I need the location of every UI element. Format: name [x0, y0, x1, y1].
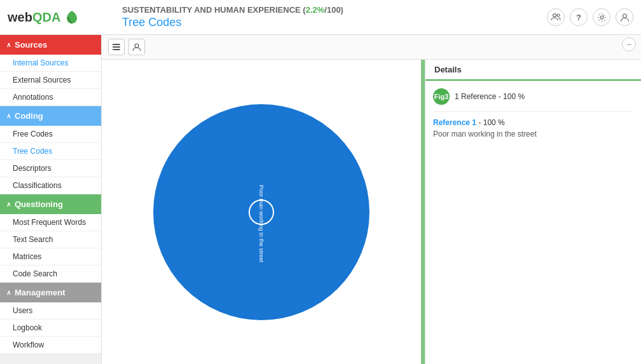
header-icons: ?: [547, 8, 633, 26]
svg-point-0: [553, 14, 556, 17]
svg-point-2: [600, 16, 603, 19]
sidebar-item-most-frequent-words[interactable]: Most Frequent Words: [0, 214, 101, 231]
sidebar-item-code-search[interactable]: Code Search: [0, 266, 101, 283]
project-total: /100): [324, 5, 343, 15]
sidebar-item-matrices[interactable]: Matrices: [0, 248, 101, 266]
svg-rect-4: [113, 44, 120, 45]
fig3-icon: Fig3: [433, 88, 450, 105]
logo-text: webQDA: [8, 10, 60, 25]
workflow-label: Workflow: [13, 340, 44, 349]
text-search-label: Text Search: [13, 235, 53, 244]
coding-label: Coding: [15, 111, 43, 121]
matrices-label: Matrices: [13, 252, 41, 261]
svg-rect-5: [113, 46, 120, 48]
minus-icon: −: [626, 39, 631, 50]
logo: webQDA: [8, 8, 109, 26]
coding-caret-icon: ∧: [6, 112, 11, 119]
logo-leaf-icon: [63, 8, 81, 26]
svg-point-7: [135, 44, 139, 48]
reference-details: Reference 1 - 100 % Poor man working in …: [433, 118, 633, 138]
sidebar-item-workflow[interactable]: Workflow: [0, 337, 101, 354]
details-panel: Details Fig3 1 Reference - 100 % Referen…: [425, 60, 641, 364]
circle-label: Poor man working in the street: [258, 185, 265, 262]
svg-rect-6: [113, 49, 120, 50]
settings-button[interactable]: [593, 8, 610, 26]
sidebar-item-internal-sources[interactable]: Internal Sources: [0, 55, 101, 72]
svg-point-1: [557, 14, 560, 17]
sidebar: ∧ Sources Internal Sources External Sour…: [0, 35, 102, 364]
management-label: Management: [15, 288, 65, 297]
free-codes-label: Free Codes: [13, 130, 53, 138]
details-item: Fig3 1 Reference - 100 %: [433, 88, 633, 112]
visualization-area: Poor man working in the street: [102, 60, 421, 364]
sidebar-item-users[interactable]: Users: [0, 302, 101, 320]
code-search-label: Code Search: [13, 269, 57, 278]
svg-point-3: [623, 14, 626, 18]
help-button[interactable]: ?: [570, 8, 588, 26]
list-view-button[interactable]: [108, 39, 125, 55]
reference-percent: - 100 %: [478, 118, 504, 127]
vertical-divider: [421, 60, 425, 364]
reference-link-text: Reference 1: [433, 118, 476, 127]
questioning-caret-icon: ∧: [6, 201, 11, 208]
reference-link[interactable]: Reference 1 - 100 %: [433, 118, 633, 127]
classifications-label: Classifications: [13, 181, 62, 190]
content-main: Poor man working in the street Details F…: [102, 60, 641, 364]
sidebar-item-descriptors[interactable]: Descriptors: [0, 160, 101, 177]
main-layout: ∧ Sources Internal Sources External Sour…: [0, 35, 641, 364]
sidebar-item-tree-codes[interactable]: Tree Codes: [0, 143, 101, 160]
sidebar-item-annotations[interactable]: Annotations: [0, 89, 101, 106]
fig3-label: Fig3: [434, 93, 449, 100]
questioning-label: Questioning: [15, 199, 63, 209]
sidebar-section-sources[interactable]: ∧ Sources: [0, 35, 101, 55]
internal-sources-label: Internal Sources: [13, 58, 68, 67]
user-profile-button[interactable]: [616, 8, 633, 26]
users-header-button[interactable]: [547, 8, 565, 26]
app-header: webQDA SUSTENTABILITY AND HUMAN EXPERIEN…: [0, 0, 641, 35]
project-percentage: 2.2%: [306, 5, 325, 15]
management-caret-icon: ∧: [6, 289, 11, 296]
content-area: − Poor man working in the street Details: [102, 35, 641, 364]
users-label: Users: [13, 306, 32, 315]
sources-caret-icon: ∧: [6, 41, 11, 48]
sidebar-item-external-sources[interactable]: External Sources: [0, 72, 101, 89]
external-sources-label: External Sources: [13, 76, 71, 84]
sidebar-item-text-search[interactable]: Text Search: [0, 231, 101, 248]
list-icon: [112, 43, 121, 51]
sources-label: Sources: [15, 40, 47, 50]
main-circle: Poor man working in the street: [153, 104, 369, 320]
logbook-label: Logbook: [13, 323, 42, 332]
details-content: Fig3 1 Reference - 100 % Reference 1 - 1…: [425, 81, 641, 364]
details-tab: Details: [425, 60, 641, 81]
content-toolbar: −: [102, 35, 641, 60]
annotations-label: Annotations: [13, 93, 53, 102]
sidebar-section-coding[interactable]: ∧ Coding: [0, 106, 101, 126]
user-view-button[interactable]: [128, 39, 145, 55]
page-title: Tree Codes: [122, 16, 547, 29]
most-frequent-words-label: Most Frequent Words: [13, 218, 86, 227]
sidebar-item-logbook[interactable]: Logbook: [0, 320, 101, 337]
person-icon: [132, 43, 141, 51]
sidebar-section-management[interactable]: ∧ Management: [0, 283, 101, 302]
sidebar-item-classifications[interactable]: Classifications: [0, 177, 101, 194]
question-icon: ?: [576, 13, 581, 22]
sidebar-section-questioning[interactable]: ∧ Questioning: [0, 194, 101, 214]
reference-count-text: 1 Reference - 100 %: [455, 92, 525, 101]
project-title-text: SUSTENTABILITY AND HUMAN EXPERIENCE (: [122, 5, 306, 15]
reference-description: Poor man working in the street: [433, 130, 633, 138]
header-center: SUSTENTABILITY AND HUMAN EXPERIENCE (2.2…: [109, 5, 547, 29]
minimize-panel-button[interactable]: −: [622, 37, 636, 51]
project-title: SUSTENTABILITY AND HUMAN EXPERIENCE (2.2…: [122, 5, 547, 15]
tree-codes-label: Tree Codes: [13, 147, 52, 156]
sidebar-item-free-codes[interactable]: Free Codes: [0, 126, 101, 143]
descriptors-label: Descriptors: [13, 164, 52, 173]
